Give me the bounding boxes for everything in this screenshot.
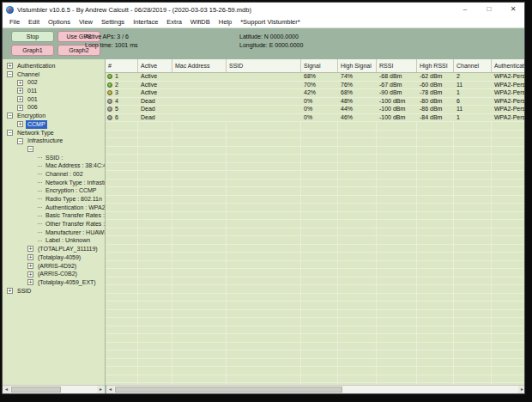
column-header-active[interactable]: Active (138, 59, 172, 72)
expand-icon[interactable]: + (27, 246, 33, 252)
column-header-high-rssi[interactable]: High RSSI (417, 59, 454, 72)
table-scrollbar-thumb[interactable] (115, 387, 342, 393)
tree-row-channel[interactable]: −Channel (3, 70, 105, 79)
column-header-signal[interactable]: Signal (301, 59, 338, 72)
expand-icon[interactable]: + (27, 279, 33, 285)
tree-row-authentication-wpa2-pe[interactable]: Authentication : WPA2-Pe (3, 204, 105, 212)
tree-row-encryption[interactable]: −Encryption (3, 112, 105, 120)
menu-item-edit[interactable]: Edit (24, 18, 44, 26)
table-row[interactable]: 6Dead0%46%-100 dBm-84 dBm1WPA2-Personal (106, 114, 525, 123)
tree-row-001[interactable]: +001 (3, 95, 105, 104)
menu-item-extra[interactable]: Extra (162, 18, 186, 26)
tree-horizontal-scrollbar[interactable]: ◄ ► (3, 385, 105, 393)
tree-row-radio-type-802-11n[interactable]: Radio Type : 802.11n (3, 195, 105, 204)
tree-connector-icon (38, 182, 42, 183)
scroll-left-icon[interactable]: ◄ (3, 386, 10, 393)
expand-icon[interactable]: + (27, 263, 33, 269)
tree-row-ssid[interactable]: +SSID (3, 287, 105, 295)
tree-row-totalplay-4059[interactable]: +(Totalplay-4059) (3, 253, 105, 262)
tree-row-006[interactable]: +006 (3, 103, 105, 112)
expand-icon[interactable]: + (27, 254, 33, 260)
table-row[interactable]: 4Dead0%48%-100 dBm-80 dBm6WPA2-Personal (106, 98, 525, 107)
tree-row-arris-4d92[interactable]: +(ARRIS-4D92) (3, 262, 105, 271)
tree-row-basic-transfer-rates-1-2[interactable]: Basic Transfer Rates : 1,2 (3, 211, 105, 220)
expand-icon[interactable]: + (17, 88, 23, 94)
cell-channel: 6 (454, 98, 492, 106)
tree-row-item[interactable]: − (3, 145, 105, 154)
tree-row-ccmp[interactable]: +CCMP (3, 120, 105, 129)
menu-item-support-vistumbler[interactable]: *Support Vistumbler* (236, 18, 304, 26)
menu-item-wifidb[interactable]: WifiDB (186, 18, 215, 26)
tree-row-infrastructure[interactable]: −Infrastructure (3, 137, 105, 145)
column-header-channel[interactable]: Channel (454, 59, 492, 72)
menu-item-interface[interactable]: Interface (129, 18, 162, 26)
tree-row-network-type-infrastructu[interactable]: Network Type : Infrastructu (3, 179, 105, 187)
menu-item-file[interactable]: File (5, 18, 24, 26)
expand-icon[interactable]: + (17, 96, 23, 102)
tree-scrollbar-thumb[interactable] (11, 387, 61, 393)
menu-item-options[interactable]: Options (44, 18, 75, 26)
expand-icon[interactable]: + (17, 80, 23, 86)
empty-row (106, 147, 525, 155)
scroll-right-icon[interactable]: ► (518, 386, 525, 393)
menu-item-view[interactable]: View (75, 18, 97, 26)
tree-row-encryption-ccmp[interactable]: Encryption : CCMP (3, 186, 105, 195)
column-header-rssi[interactable]: RSSI (377, 59, 417, 72)
empty-cell (417, 343, 454, 350)
table-row[interactable]: 3Active42%68%-90 dBm-78 dBm1WPA2-Persona… (106, 89, 525, 98)
expand-icon[interactable]: + (7, 288, 13, 294)
column-header-authentication[interactable]: Authentication (492, 59, 525, 72)
scroll-left-icon[interactable]: ◄ (106, 386, 114, 393)
expand-icon[interactable]: + (27, 271, 33, 277)
empty-cell (106, 334, 138, 342)
table-row[interactable]: 2Active70%76%-67 dBm-60 dBm11WPA2-Person… (106, 82, 525, 90)
tree-row-mac-address-38-4c-4f-4[interactable]: Mac Address : 38:4C:4F:4 (3, 161, 105, 170)
empty-cell (138, 163, 172, 171)
tree-row-ssid[interactable]: SSID : (3, 154, 105, 162)
expand-icon[interactable]: + (7, 63, 13, 69)
column-header-high-signal[interactable]: High Signal (338, 59, 377, 72)
minimize-button[interactable]: – (457, 4, 473, 15)
table-row[interactable]: 1Active68%74%-68 dBm-62 dBm2WPA2-Persona… (106, 73, 525, 82)
collapse-icon[interactable]: − (17, 138, 23, 144)
table-horizontal-scrollbar[interactable]: ◄ ► (106, 385, 525, 393)
scroll-right-icon[interactable]: ► (97, 386, 105, 393)
empty-cell (454, 138, 492, 146)
collapse-icon[interactable]: − (7, 130, 13, 136)
column-header-mac-address[interactable]: Mac Address (172, 59, 227, 72)
tree-row-channel-002[interactable]: Channel : 002 (3, 170, 105, 179)
stop-button[interactable]: Stop (11, 31, 54, 42)
tree-row-totalplay-4059-ext[interactable]: +(Totalplay-4059_EXT) (3, 278, 105, 287)
collapse-icon[interactable]: − (7, 71, 13, 77)
tree-item-label: Infrastructure (26, 137, 64, 145)
empty-cell (417, 359, 454, 367)
expand-icon[interactable]: + (17, 105, 23, 111)
empty-cell (301, 269, 338, 277)
cell-active: Dead (138, 106, 172, 113)
table-row[interactable]: 5Dead0%44%-100 dBm-86 dBm11WPA2-Personal (106, 106, 525, 114)
collapse-icon[interactable]: − (27, 146, 33, 152)
column-header-item[interactable]: # (106, 59, 138, 72)
tree-row-authentication[interactable]: +Authentication (3, 62, 105, 70)
tree-row-network-type[interactable]: −Network Type (3, 129, 105, 137)
empty-cell (138, 334, 172, 342)
graph1-button[interactable]: Graph1 (11, 45, 54, 56)
expand-icon[interactable]: + (17, 121, 23, 127)
maximize-button[interactable]: □ (481, 4, 497, 15)
column-header-ssid[interactable]: SSID (227, 59, 301, 72)
empty-cell (138, 367, 172, 375)
empty-cell (227, 285, 301, 293)
tree-row-other-transfer-rates-6-9[interactable]: Other Transfer Rates : 6,9 (3, 220, 105, 228)
tree-row-totalplay-311119[interactable]: +(TOTALPLAY_311119) (3, 245, 105, 253)
collapse-icon[interactable]: − (7, 113, 13, 119)
tree-row-002[interactable]: +002 (3, 78, 105, 87)
ap-status-icon (107, 74, 112, 79)
tree-row-011[interactable]: +011 (3, 87, 105, 95)
menu-item-settings[interactable]: Settings (97, 18, 129, 26)
tree-row-label-unknown[interactable]: Label : Unknown (3, 236, 105, 245)
close-button[interactable]: ✕ (505, 4, 521, 15)
tree-row-arris-c0b2[interactable]: +(ARRIS-C0B2) (3, 270, 105, 278)
empty-cell (338, 236, 377, 244)
tree-row-manufacturer-huawei-t[interactable]: Manufacturer : HUAWEI T (3, 228, 105, 237)
menu-item-help[interactable]: Help (215, 18, 236, 26)
